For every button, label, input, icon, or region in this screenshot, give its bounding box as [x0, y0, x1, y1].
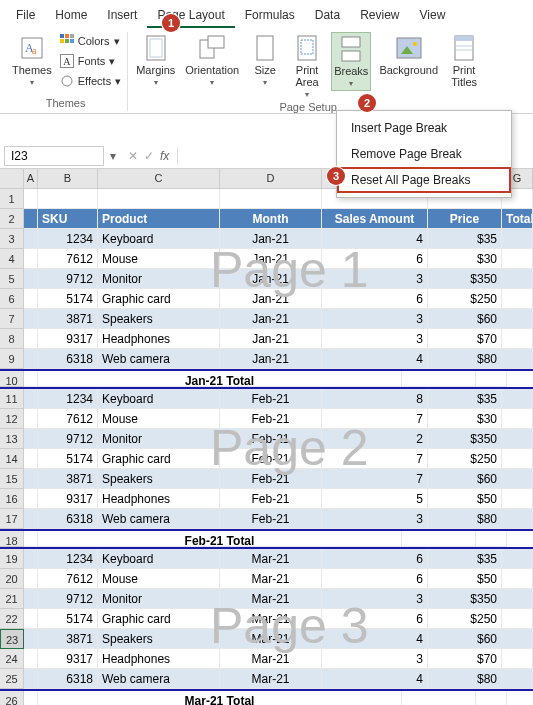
cell[interactable]: Feb-21: [220, 489, 322, 509]
cell[interactable]: Feb-21: [220, 469, 322, 489]
row-header[interactable]: 14: [0, 449, 24, 469]
cell[interactable]: $35: [428, 229, 502, 249]
cell[interactable]: Mar-21 Total: [38, 691, 402, 705]
row-header[interactable]: 16: [0, 489, 24, 509]
row-header[interactable]: 13: [0, 429, 24, 449]
cell[interactable]: 6318: [38, 509, 98, 529]
cell[interactable]: [476, 691, 507, 705]
colors-button[interactable]: Colors▾: [60, 32, 121, 50]
row-header[interactable]: 26: [0, 691, 24, 705]
cell[interactable]: Jan-21: [220, 229, 322, 249]
cell[interactable]: Keyboard: [98, 229, 220, 249]
cell[interactable]: 7612: [38, 409, 98, 429]
tab-view[interactable]: View: [410, 4, 456, 28]
cell[interactable]: $350: [428, 589, 502, 609]
cell[interactable]: Mar-21: [220, 589, 322, 609]
row-header[interactable]: 24: [0, 649, 24, 669]
margins-button[interactable]: Margins▾: [134, 32, 177, 89]
cell[interactable]: $250: [428, 449, 502, 469]
cell[interactable]: Web camera: [98, 349, 220, 369]
cell[interactable]: 5174: [38, 289, 98, 309]
cell[interactable]: Jan-21: [220, 329, 322, 349]
cell[interactable]: Mar-21: [220, 569, 322, 589]
cell[interactable]: [24, 429, 38, 449]
tab-insert[interactable]: Insert: [97, 4, 147, 28]
print-titles-button[interactable]: Print Titles: [446, 32, 482, 90]
cell[interactable]: 6: [322, 289, 428, 309]
cell[interactable]: 4: [322, 349, 428, 369]
cell[interactable]: Mar-21: [220, 549, 322, 569]
cell[interactable]: 3: [322, 309, 428, 329]
fx-icon[interactable]: fx: [160, 149, 169, 163]
cell[interactable]: Product: [98, 209, 220, 229]
row-header[interactable]: 3: [0, 229, 24, 249]
cell[interactable]: Graphic card: [98, 609, 220, 629]
row-header[interactable]: 7: [0, 309, 24, 329]
tab-data[interactable]: Data: [305, 4, 350, 28]
cell[interactable]: [502, 569, 533, 589]
cell[interactable]: $30: [428, 409, 502, 429]
cell[interactable]: 3: [322, 269, 428, 289]
cell[interactable]: [502, 589, 533, 609]
breaks-button[interactable]: Breaks▾: [331, 32, 371, 91]
cell[interactable]: [38, 189, 98, 209]
cell[interactable]: 3: [322, 589, 428, 609]
cell[interactable]: $35: [428, 389, 502, 409]
cell[interactable]: 7: [322, 469, 428, 489]
cell[interactable]: [476, 371, 507, 387]
cell[interactable]: [220, 189, 322, 209]
cell[interactable]: Sales Amount: [322, 209, 428, 229]
insert-page-break[interactable]: Insert Page Break: [337, 115, 511, 141]
cell[interactable]: [502, 289, 533, 309]
cell[interactable]: $80: [428, 349, 502, 369]
cell[interactable]: [24, 489, 38, 509]
cell[interactable]: [502, 549, 533, 569]
col-header[interactable]: B: [38, 169, 98, 188]
cell[interactable]: 6: [322, 249, 428, 269]
cell[interactable]: Keyboard: [98, 549, 220, 569]
cell[interactable]: $350: [428, 429, 502, 449]
cell[interactable]: 6: [322, 609, 428, 629]
cell[interactable]: $35: [428, 549, 502, 569]
enter-icon[interactable]: ✓: [144, 149, 154, 163]
cell[interactable]: 6: [322, 569, 428, 589]
cell[interactable]: Jan-21: [220, 289, 322, 309]
cell[interactable]: [502, 629, 533, 649]
orientation-button[interactable]: Orientation▾: [183, 32, 241, 89]
cell[interactable]: 3: [322, 329, 428, 349]
cell[interactable]: Monitor: [98, 269, 220, 289]
cell[interactable]: [476, 531, 507, 547]
cell[interactable]: 3871: [38, 309, 98, 329]
cell[interactable]: [24, 289, 38, 309]
cell[interactable]: 7612: [38, 249, 98, 269]
cell[interactable]: Mouse: [98, 569, 220, 589]
name-box[interactable]: [4, 146, 104, 166]
cell[interactable]: Keyboard: [98, 389, 220, 409]
cell[interactable]: Mouse: [98, 409, 220, 429]
tab-page-layout[interactable]: Page Layout: [147, 4, 234, 28]
cell[interactable]: 3871: [38, 629, 98, 649]
cell[interactable]: Total: [502, 209, 533, 229]
cell[interactable]: 4: [322, 669, 428, 689]
cell[interactable]: 2: [322, 429, 428, 449]
cell[interactable]: Feb-21: [220, 409, 322, 429]
cell[interactable]: 9712: [38, 589, 98, 609]
cell[interactable]: $30: [428, 249, 502, 269]
row-header[interactable]: 19: [0, 549, 24, 569]
row-header[interactable]: 4: [0, 249, 24, 269]
cell[interactable]: [24, 629, 38, 649]
cell[interactable]: Feb-21 Total: [38, 531, 402, 547]
cell[interactable]: $50: [428, 489, 502, 509]
row-header[interactable]: 8: [0, 329, 24, 349]
cell[interactable]: $70: [428, 649, 502, 669]
cell[interactable]: [502, 649, 533, 669]
cell[interactable]: [502, 329, 533, 349]
cell[interactable]: [24, 329, 38, 349]
cell[interactable]: 7: [322, 449, 428, 469]
cell[interactable]: [402, 531, 476, 547]
row-header[interactable]: 21: [0, 589, 24, 609]
cell[interactable]: Web camera: [98, 509, 220, 529]
cell[interactable]: [24, 209, 38, 229]
cell[interactable]: 3: [322, 509, 428, 529]
cell[interactable]: 6: [322, 549, 428, 569]
